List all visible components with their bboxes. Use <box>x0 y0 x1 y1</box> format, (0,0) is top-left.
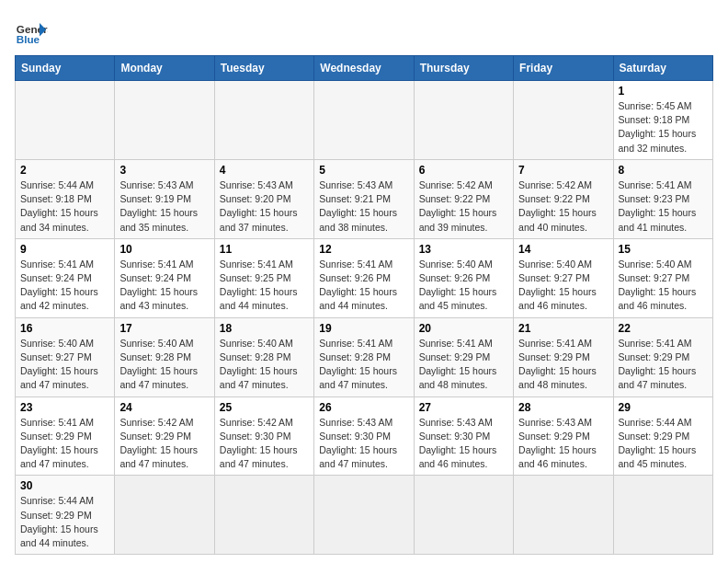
calendar-cell: 19Sunrise: 5:41 AMSunset: 9:28 PMDayligh… <box>314 317 414 396</box>
calendar-cell <box>414 476 513 555</box>
header: General Blue <box>15 15 713 48</box>
day-number: 3 <box>119 164 209 177</box>
day-info: Sunrise: 5:41 AMSunset: 9:24 PMDaylight:… <box>20 258 109 314</box>
logo-icon: General Blue <box>15 15 48 48</box>
day-number: 7 <box>518 164 608 177</box>
day-info: Sunrise: 5:43 AMSunset: 9:19 PMDaylight:… <box>119 178 209 235</box>
calendar-cell: 27Sunrise: 5:43 AMSunset: 9:30 PMDayligh… <box>414 396 513 476</box>
day-number: 25 <box>220 401 309 414</box>
day-info: Sunrise: 5:42 AMSunset: 9:22 PMDaylight:… <box>518 178 608 235</box>
day-info: Sunrise: 5:40 AMSunset: 9:26 PMDaylight:… <box>419 258 508 314</box>
calendar-cell: 1Sunrise: 5:45 AMSunset: 9:18 PMDaylight… <box>613 81 712 160</box>
day-number: 4 <box>220 164 309 177</box>
day-info: Sunrise: 5:41 AMSunset: 9:29 PMDaylight:… <box>518 337 608 393</box>
day-number: 23 <box>20 401 109 414</box>
day-info: Sunrise: 5:44 AMSunset: 9:18 PMDaylight:… <box>20 178 109 235</box>
day-number: 5 <box>319 164 408 177</box>
calendar-cell: 24Sunrise: 5:42 AMSunset: 9:29 PMDayligh… <box>115 396 214 476</box>
calendar-cell: 12Sunrise: 5:41 AMSunset: 9:26 PMDayligh… <box>314 238 414 317</box>
day-number: 24 <box>119 401 209 414</box>
calendar-cell <box>214 476 313 555</box>
calendar-cell: 2Sunrise: 5:44 AMSunset: 9:18 PMDaylight… <box>16 159 115 238</box>
week-row-6: 30Sunrise: 5:44 AMSunset: 9:29 PMDayligh… <box>16 476 713 555</box>
calendar-cell: 30Sunrise: 5:44 AMSunset: 9:29 PMDayligh… <box>16 476 115 555</box>
day-number: 6 <box>419 164 508 177</box>
day-info: Sunrise: 5:40 AMSunset: 9:28 PMDaylight:… <box>220 337 309 393</box>
weekday-header-thursday: Thursday <box>414 56 513 81</box>
day-number: 17 <box>119 322 209 335</box>
calendar-cell: 6Sunrise: 5:42 AMSunset: 9:22 PMDaylight… <box>414 159 513 238</box>
calendar-cell: 23Sunrise: 5:41 AMSunset: 9:29 PMDayligh… <box>16 396 115 476</box>
calendar-cell: 22Sunrise: 5:41 AMSunset: 9:29 PMDayligh… <box>613 317 712 396</box>
calendar-cell: 13Sunrise: 5:40 AMSunset: 9:26 PMDayligh… <box>414 238 513 317</box>
day-number: 15 <box>619 243 708 256</box>
day-number: 1 <box>619 85 708 98</box>
day-info: Sunrise: 5:40 AMSunset: 9:27 PMDaylight:… <box>619 258 708 314</box>
day-info: Sunrise: 5:45 AMSunset: 9:18 PMDaylight:… <box>619 99 708 155</box>
day-info: Sunrise: 5:43 AMSunset: 9:20 PMDaylight:… <box>220 178 309 235</box>
calendar-cell <box>514 81 613 160</box>
calendar-cell <box>314 476 414 555</box>
calendar-cell: 20Sunrise: 5:41 AMSunset: 9:29 PMDayligh… <box>414 317 513 396</box>
calendar-cell: 15Sunrise: 5:40 AMSunset: 9:27 PMDayligh… <box>613 238 712 317</box>
weekday-header-sunday: Sunday <box>16 56 115 81</box>
calendar-cell: 14Sunrise: 5:40 AMSunset: 9:27 PMDayligh… <box>514 238 613 317</box>
day-info: Sunrise: 5:41 AMSunset: 9:24 PMDaylight:… <box>119 258 209 314</box>
day-number: 29 <box>619 401 708 414</box>
day-info: Sunrise: 5:43 AMSunset: 9:30 PMDaylight:… <box>319 416 408 472</box>
day-info: Sunrise: 5:41 AMSunset: 9:25 PMDaylight:… <box>220 258 309 314</box>
day-info: Sunrise: 5:41 AMSunset: 9:29 PMDaylight:… <box>20 416 109 472</box>
calendar-cell: 28Sunrise: 5:43 AMSunset: 9:29 PMDayligh… <box>514 396 613 476</box>
day-info: Sunrise: 5:41 AMSunset: 9:23 PMDaylight:… <box>619 178 708 235</box>
calendar-cell: 18Sunrise: 5:40 AMSunset: 9:28 PMDayligh… <box>214 317 313 396</box>
day-info: Sunrise: 5:40 AMSunset: 9:28 PMDaylight:… <box>119 337 209 393</box>
day-info: Sunrise: 5:44 AMSunset: 9:29 PMDaylight:… <box>20 494 109 550</box>
week-row-3: 9Sunrise: 5:41 AMSunset: 9:24 PMDaylight… <box>16 238 713 317</box>
day-info: Sunrise: 5:41 AMSunset: 9:29 PMDaylight:… <box>619 337 708 393</box>
day-number: 27 <box>419 401 508 414</box>
week-row-4: 16Sunrise: 5:40 AMSunset: 9:27 PMDayligh… <box>16 317 713 396</box>
calendar-cell: 9Sunrise: 5:41 AMSunset: 9:24 PMDaylight… <box>16 238 115 317</box>
day-info: Sunrise: 5:41 AMSunset: 9:28 PMDaylight:… <box>319 337 408 393</box>
day-info: Sunrise: 5:40 AMSunset: 9:27 PMDaylight:… <box>518 258 608 314</box>
day-info: Sunrise: 5:43 AMSunset: 9:30 PMDaylight:… <box>419 416 508 472</box>
week-row-1: 1Sunrise: 5:45 AMSunset: 9:18 PMDaylight… <box>16 81 713 160</box>
calendar-cell <box>514 476 613 555</box>
day-number: 20 <box>419 322 508 335</box>
calendar-cell: 4Sunrise: 5:43 AMSunset: 9:20 PMDaylight… <box>214 159 313 238</box>
calendar-cell: 7Sunrise: 5:42 AMSunset: 9:22 PMDaylight… <box>514 159 613 238</box>
calendar-cell <box>613 476 712 555</box>
calendar-cell: 10Sunrise: 5:41 AMSunset: 9:24 PMDayligh… <box>115 238 214 317</box>
calendar-cell: 16Sunrise: 5:40 AMSunset: 9:27 PMDayligh… <box>16 317 115 396</box>
day-info: Sunrise: 5:41 AMSunset: 9:26 PMDaylight:… <box>319 258 408 314</box>
calendar-cell <box>115 81 214 160</box>
calendar-cell: 5Sunrise: 5:43 AMSunset: 9:21 PMDaylight… <box>314 159 414 238</box>
day-info: Sunrise: 5:42 AMSunset: 9:22 PMDaylight:… <box>419 178 508 235</box>
day-number: 12 <box>319 243 408 256</box>
weekday-header-saturday: Saturday <box>613 56 712 81</box>
day-number: 22 <box>619 322 708 335</box>
day-number: 16 <box>20 322 109 335</box>
day-number: 28 <box>518 401 608 414</box>
day-number: 2 <box>20 164 109 177</box>
day-number: 9 <box>20 243 109 256</box>
svg-text:Blue: Blue <box>17 33 40 45</box>
day-info: Sunrise: 5:44 AMSunset: 9:29 PMDaylight:… <box>619 416 708 472</box>
day-info: Sunrise: 5:43 AMSunset: 9:29 PMDaylight:… <box>518 416 608 472</box>
weekday-header-tuesday: Tuesday <box>214 56 313 81</box>
calendar-cell <box>16 81 115 160</box>
day-number: 30 <box>20 479 109 492</box>
day-number: 10 <box>119 243 209 256</box>
day-info: Sunrise: 5:42 AMSunset: 9:29 PMDaylight:… <box>119 416 209 472</box>
calendar-cell: 25Sunrise: 5:42 AMSunset: 9:30 PMDayligh… <box>214 396 313 476</box>
week-row-5: 23Sunrise: 5:41 AMSunset: 9:29 PMDayligh… <box>16 396 713 476</box>
day-info: Sunrise: 5:42 AMSunset: 9:30 PMDaylight:… <box>220 416 309 472</box>
calendar-cell: 8Sunrise: 5:41 AMSunset: 9:23 PMDaylight… <box>613 159 712 238</box>
day-number: 18 <box>220 322 309 335</box>
calendar-cell: 11Sunrise: 5:41 AMSunset: 9:25 PMDayligh… <box>214 238 313 317</box>
day-number: 14 <box>518 243 608 256</box>
day-number: 11 <box>220 243 309 256</box>
weekday-header-monday: Monday <box>115 56 214 81</box>
weekday-header-friday: Friday <box>514 56 613 81</box>
day-info: Sunrise: 5:43 AMSunset: 9:21 PMDaylight:… <box>319 178 408 235</box>
